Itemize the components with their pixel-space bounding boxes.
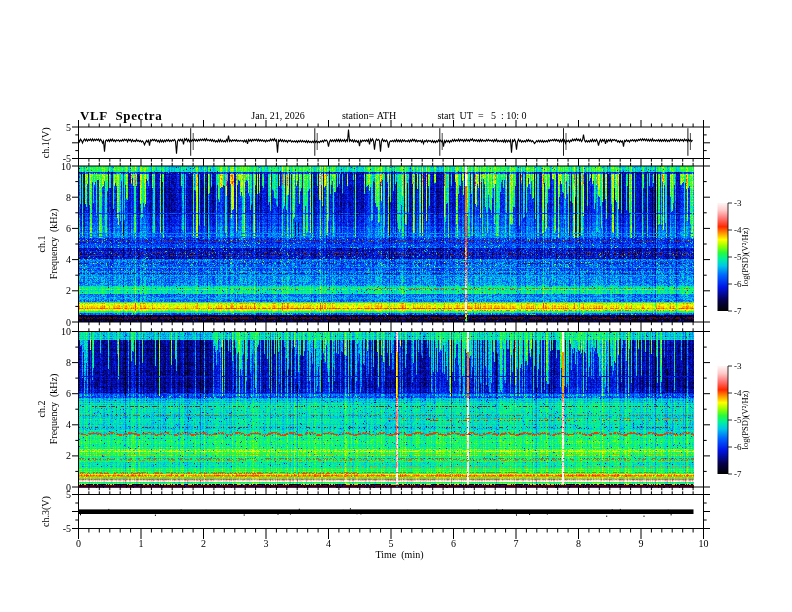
svg-text:6: 6 bbox=[66, 223, 71, 234]
svg-text:log(PSD)(V²/Hz): log(PSD)(V²/Hz) bbox=[740, 227, 750, 286]
svg-text:8: 8 bbox=[66, 192, 71, 203]
svg-text:10: 10 bbox=[61, 326, 71, 337]
svg-text:0: 0 bbox=[76, 538, 81, 549]
svg-text:Time (min): Time (min) bbox=[376, 549, 424, 561]
svg-text:5: 5 bbox=[66, 489, 71, 500]
svg-text:4: 4 bbox=[66, 254, 71, 265]
svg-text:Frequency (kHz): Frequency (kHz) bbox=[48, 374, 60, 445]
svg-text:ch.2: ch.2 bbox=[36, 401, 47, 418]
svg-text:ch.1(V): ch.1(V) bbox=[40, 127, 52, 158]
svg-text:2: 2 bbox=[66, 285, 71, 296]
svg-text:4: 4 bbox=[326, 538, 331, 549]
svg-text:8: 8 bbox=[576, 538, 581, 549]
svg-text:start UT = 5 : 10: 0: start UT = 5 : 10: 0 bbox=[437, 110, 526, 121]
svg-text:Frequency (kHz): Frequency (kHz) bbox=[48, 209, 60, 280]
svg-text:5: 5 bbox=[66, 122, 71, 133]
svg-text:5: 5 bbox=[389, 538, 394, 549]
svg-text:VLF Spectra: VLF Spectra bbox=[80, 108, 162, 123]
svg-text:-3: -3 bbox=[734, 198, 742, 208]
svg-text:4: 4 bbox=[66, 419, 71, 430]
svg-text:8: 8 bbox=[66, 357, 71, 368]
svg-text:10: 10 bbox=[61, 161, 71, 172]
svg-text:9: 9 bbox=[639, 538, 644, 549]
svg-text:-5: -5 bbox=[63, 523, 71, 534]
svg-text:log(PSD)(V²/Hz): log(PSD)(V²/Hz) bbox=[740, 390, 750, 449]
svg-text:7: 7 bbox=[514, 538, 519, 549]
svg-text:6: 6 bbox=[451, 538, 456, 549]
svg-text:1: 1 bbox=[139, 538, 144, 549]
svg-text:ch.1: ch.1 bbox=[36, 236, 47, 253]
svg-text:-7: -7 bbox=[734, 469, 742, 479]
svg-text:station= ATH: station= ATH bbox=[342, 110, 396, 121]
svg-text:Jan. 21, 2026: Jan. 21, 2026 bbox=[251, 110, 304, 121]
svg-text:3: 3 bbox=[264, 538, 269, 549]
svg-text:ch.3(V): ch.3(V) bbox=[40, 496, 52, 527]
svg-text:10: 10 bbox=[699, 538, 709, 549]
svg-text:6: 6 bbox=[66, 388, 71, 399]
svg-text:-3: -3 bbox=[734, 361, 742, 371]
svg-text:2: 2 bbox=[66, 450, 71, 461]
svg-text:2: 2 bbox=[201, 538, 206, 549]
svg-text:-7: -7 bbox=[734, 306, 742, 316]
